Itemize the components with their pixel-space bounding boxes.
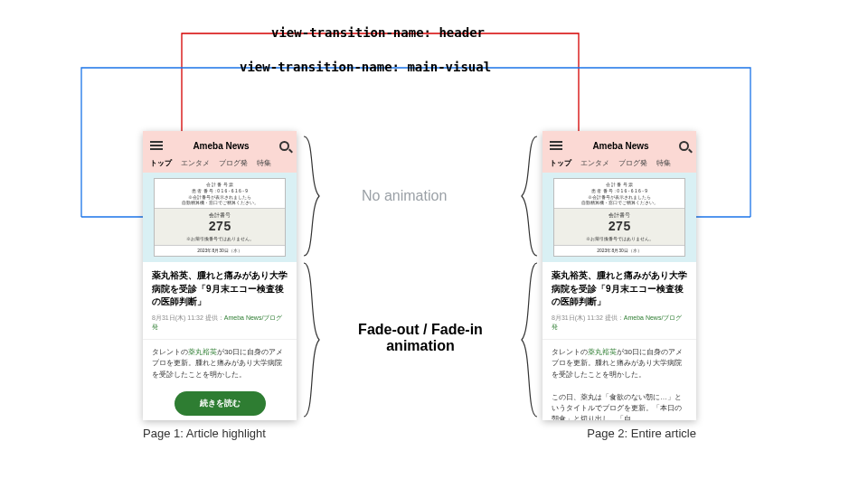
tab-entertainment[interactable]: エンタメ	[580, 158, 609, 168]
article-body: タレントの薬丸裕英が30日に自身のアメブロを更新。腫れと痛みがあり大学病院を受診…	[552, 347, 687, 420]
article-content: 薬丸裕英、腫れと痛みがあり大学病院を受診「9月末エコー検査後の医師判断」 8月3…	[143, 262, 297, 420]
ticket-image: 会 計 番 号 票 患 者 番 号 : 0 1 6 - 6 1 6 - 9 ※会…	[154, 178, 286, 257]
nav-tabs[interactable]: トップ エンタメ ブログ発 特集	[150, 155, 289, 173]
nav-tabs[interactable]: トップ エンタメ ブログ発 特集	[550, 155, 689, 173]
mockup-header: Ameba News トップ エンタメ ブログ発 特集	[542, 131, 696, 173]
read-more-button[interactable]: 続きを読む	[175, 391, 266, 416]
brace-upper-right	[518, 134, 540, 258]
main-visual: 会 計 番 号 票 患 者 番 号 : 0 1 6 - 6 1 6 - 9 ※会…	[143, 173, 297, 262]
code-label-header: view-transition-name: header	[271, 25, 485, 40]
hamburger-icon[interactable]	[550, 141, 562, 150]
main-visual: 会 計 番 号 票 患 者 番 号 : 0 1 6 - 6 1 6 - 9 ※会…	[542, 173, 696, 262]
brace-lower-right	[518, 260, 540, 419]
hamburger-icon[interactable]	[150, 141, 163, 150]
mockup-page-2: Ameba News トップ エンタメ ブログ発 特集 会 計 番 号 票 患 …	[542, 131, 696, 420]
code-label-main-visual: view-transition-name: main-visual	[240, 60, 491, 74]
ticket-image: 会 計 番 号 票 患 者 番 号 : 0 1 6 - 6 1 6 - 9 ※会…	[553, 178, 685, 257]
mockup-header: Ameba News トップ エンタメ ブログ発 特集	[143, 131, 297, 173]
annotation-fade: Fade-out / Fade-in animation	[344, 322, 497, 354]
brand-logo: Ameba News	[193, 141, 249, 151]
article-meta: 8月31日(木) 11:32 提供：Ameba News/ブログ発	[152, 314, 288, 332]
brace-lower-left	[301, 260, 323, 419]
tab-feature[interactable]: 特集	[656, 158, 671, 168]
article-title: 薬丸裕英、腫れと痛みがあり大学病院を受診「9月末エコー検査後の医師判断」	[152, 269, 288, 309]
search-icon[interactable]	[679, 141, 689, 151]
tab-top[interactable]: トップ	[150, 158, 172, 168]
tab-top[interactable]: トップ	[550, 158, 571, 168]
tab-blog[interactable]: ブログ発	[219, 158, 248, 168]
tab-feature[interactable]: 特集	[257, 158, 271, 168]
caption-page-1: Page 1: Article highlight	[143, 427, 266, 440]
article-meta: 8月31日(木) 11:32 提供：Ameba News/ブログ発	[552, 314, 687, 332]
mockup-page-1: Ameba News トップ エンタメ ブログ発 特集 会 計 番 号 票 患 …	[143, 131, 297, 420]
article-content: 薬丸裕英、腫れと痛みがあり大学病院を受診「9月末エコー検査後の医師判断」 8月3…	[542, 262, 696, 420]
article-title: 薬丸裕英、腫れと痛みがあり大学病院を受診「9月末エコー検査後の医師判断」	[552, 269, 687, 309]
tab-entertainment[interactable]: エンタメ	[181, 158, 210, 168]
article-body: タレントの薬丸裕英が30日に自身のアメブロを更新。腫れと痛みがあり大学病院を受診…	[152, 347, 288, 380]
brand-logo: Ameba News	[592, 141, 648, 151]
caption-page-2: Page 2: Entire article	[542, 427, 696, 440]
tab-blog[interactable]: ブログ発	[618, 158, 647, 168]
brace-upper-left	[301, 134, 323, 258]
search-icon[interactable]	[279, 141, 289, 151]
annotation-no-animation: No animation	[362, 188, 447, 204]
